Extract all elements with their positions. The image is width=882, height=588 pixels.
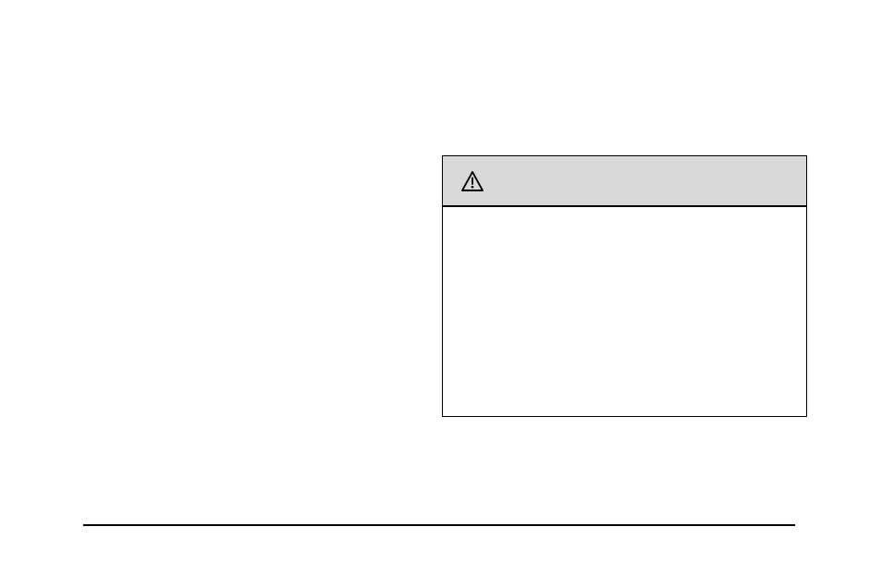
svg-point-1 xyxy=(472,185,474,188)
callout-header xyxy=(443,156,806,207)
footer-rule xyxy=(83,524,795,526)
warning-triangle-icon xyxy=(461,171,484,191)
callout-body xyxy=(443,207,806,229)
callout-box xyxy=(442,155,807,417)
